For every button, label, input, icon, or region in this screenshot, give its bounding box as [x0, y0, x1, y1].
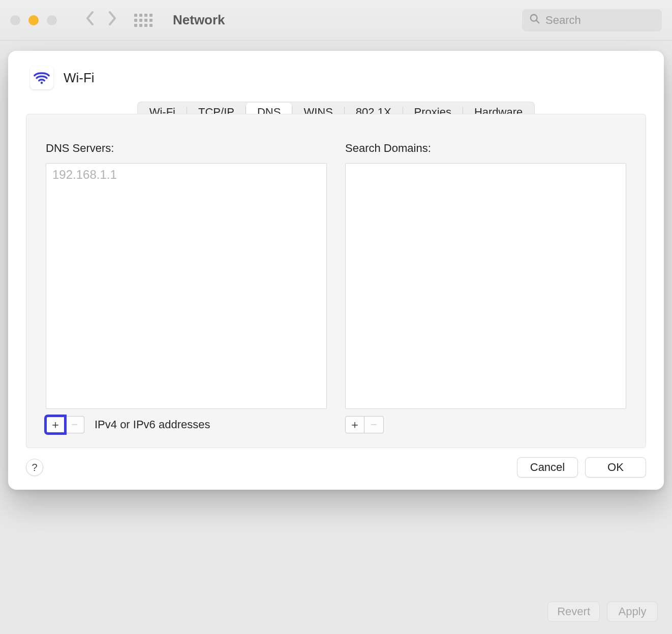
background-action-buttons: Revert Apply: [547, 601, 658, 622]
revert-button[interactable]: Revert: [547, 601, 600, 622]
dns-servers-list[interactable]: 192.168.1.1: [46, 163, 327, 409]
search-domains-list[interactable]: [345, 163, 626, 409]
plus-icon: ＋: [349, 417, 360, 432]
minus-icon: −: [371, 418, 377, 431]
apply-button[interactable]: Apply: [607, 601, 658, 622]
help-button[interactable]: ?: [26, 459, 43, 476]
dns-list-footer: ＋ − IPv4 or IPv6 addresses: [46, 416, 327, 433]
back-button[interactable]: [85, 11, 96, 29]
connection-name: Wi-Fi: [64, 70, 95, 86]
ok-button[interactable]: OK: [585, 457, 646, 478]
plus-icon: ＋: [50, 417, 61, 432]
dns-add-button[interactable]: ＋: [46, 416, 65, 433]
window-title: Network: [173, 12, 225, 28]
dns-hint: IPv4 or IPv6 addresses: [95, 418, 210, 431]
minus-icon: −: [71, 418, 78, 431]
svg-point-2: [41, 82, 43, 84]
dns-panel: DNS Servers: 192.168.1.1 ＋ − IPv4 or IPv…: [26, 114, 646, 448]
wifi-icon: [30, 66, 53, 89]
dns-servers-label: DNS Servers:: [46, 142, 327, 155]
traffic-lights: [10, 15, 57, 25]
search-domains-footer: ＋ −: [345, 416, 626, 433]
search-box[interactable]: [522, 9, 662, 31]
minimize-window-button[interactable]: [28, 15, 39, 25]
toolbar: Network: [0, 0, 672, 41]
search-domains-remove-button[interactable]: −: [364, 416, 384, 433]
sheet-footer: ? Cancel OK: [26, 457, 646, 478]
forward-button[interactable]: [107, 11, 117, 29]
svg-line-1: [536, 20, 539, 23]
dns-servers-column: DNS Servers: 192.168.1.1 ＋ − IPv4 or IPv…: [46, 142, 327, 433]
show-all-icon[interactable]: [134, 14, 152, 27]
search-domains-label: Search Domains:: [345, 142, 626, 155]
sheet-header: Wi-Fi: [26, 66, 646, 89]
dns-add-remove: ＋ −: [46, 416, 84, 433]
cancel-button[interactable]: Cancel: [517, 457, 578, 478]
search-domains-add-button[interactable]: ＋: [345, 416, 364, 433]
search-icon: [529, 13, 540, 27]
zoom-window-button[interactable]: [47, 15, 57, 25]
search-input[interactable]: [545, 14, 655, 27]
wifi-advanced-sheet: Wi-Fi Wi-Fi TCP/IP DNS WINS 802.1X Proxi…: [8, 51, 664, 490]
search-domains-column: Search Domains: ＋ −: [345, 142, 626, 433]
search-domains-add-remove: ＋ −: [345, 416, 384, 433]
close-window-button[interactable]: [10, 15, 20, 25]
list-item[interactable]: 192.168.1.1: [52, 168, 320, 182]
nav-buttons: [85, 11, 117, 29]
dns-remove-button[interactable]: −: [65, 416, 84, 433]
